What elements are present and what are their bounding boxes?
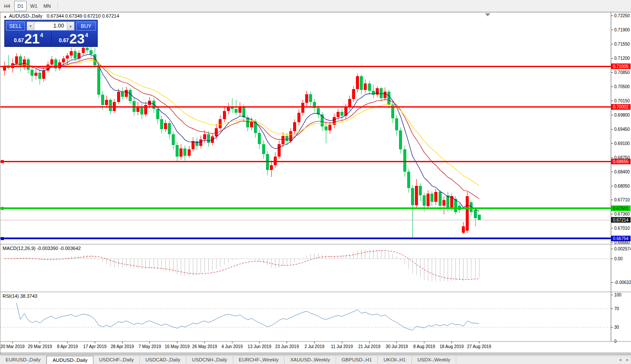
svg-text:27 Aug 2019: 27 Aug 2019 [467,344,492,349]
svg-text:0.70002: 0.70002 [613,105,629,109]
svg-text:0.67010: 0.67010 [614,226,630,231]
svg-text:0.69800: 0.69800 [614,113,630,117]
rsi-indicator-label: RSI(14) 38.3743 [3,293,37,299]
timeframe-button-w1[interactable]: W1 [28,1,40,11]
svg-text:21 Jul 2019: 21 Jul 2019 [358,344,380,349]
symbol-tab-gbpusd[interactable]: GBPUSD-,H1 [336,356,378,364]
volume-decrease-icon[interactable]: ▼ [27,22,34,30]
svg-text:29 Mar 2019: 29 Mar 2019 [28,344,53,349]
symbol-tab-usdcnh[interactable]: USDCNH-,Daily [186,356,233,364]
svg-text:17 Apr 2019: 17 Apr 2019 [83,344,106,349]
svg-text:0.72250: 0.72250 [614,13,630,18]
svg-text:0.68400: 0.68400 [614,170,630,174]
svg-text:0.69100: 0.69100 [614,141,630,146]
svg-text:2 Jul 2019: 2 Jul 2019 [304,344,325,349]
svg-text:0.67710: 0.67710 [614,197,630,202]
chart-ohlc-values: 0.67344 0.67349 0.67210 0.67214 [47,13,119,19]
svg-text:0.71900: 0.71900 [614,28,630,32]
sell-price-prefix: 0.67 [14,37,24,43]
sell-button[interactable]: SELL [6,22,25,31]
chart-title: ▲AUDUSD-,Daily0.67344 0.67349 0.67210 0.… [3,13,119,19]
buy-price-pipette: 4 [85,32,88,38]
svg-text:8 Aug 2019: 8 Aug 2019 [413,344,435,349]
volume-increase-icon[interactable]: ▲ [67,22,74,30]
symbol-tab-xauusd[interactable]: XAUUSD-,Weekly [285,356,336,364]
volume-input[interactable]: 1.00 [34,22,67,30]
buy-button[interactable]: BUY [76,22,96,31]
sell-price-big: 21 [25,32,40,45]
symbol-tab-bar: EURUSD-,DailyAUDUSD-,DailyUSDCHF-,DailyU… [0,355,631,364]
chart-canvas[interactable]: 0.710050.700020.686550.675010.667540.672… [0,12,631,355]
timeframe-buttons: H4D1W1MN [1,1,54,11]
symbol-tab-eurusd[interactable]: EURUSD-,Daily [0,356,46,364]
symbol-tab-usdcad[interactable]: USDCAD-,Daily [140,356,186,364]
macd-indicator-label: MACD(12,26,9) -0.003390 -0.003642 [3,246,81,251]
svg-text:0.00: 0.00 [614,256,623,261]
svg-text:26 May 2019: 26 May 2019 [192,344,217,349]
svg-text:70: 70 [614,306,619,311]
symbol-tab-usdchf[interactable]: USDCHF-,Daily [93,356,140,364]
svg-text:0.71200: 0.71200 [614,56,630,61]
svg-text:0.68750: 0.68750 [614,155,630,160]
svg-text:0.002574: 0.002574 [614,247,631,251]
sell-price[interactable]: 0.67 21 4 [6,31,51,46]
svg-text:0.68050: 0.68050 [614,184,630,188]
trade-panel-divider [51,32,52,45]
volume-stepper: ▼ 1.00 ▲ [27,22,74,31]
timeframe-button-d1[interactable]: D1 [14,1,27,11]
svg-text:-0.006326: -0.006326 [614,280,631,285]
svg-text:0.71550: 0.71550 [614,42,630,46]
svg-text:4 Jun 2019: 4 Jun 2019 [221,344,243,349]
timeframe-button-mn[interactable]: MN [41,1,53,11]
symbol-tab-ukoil[interactable]: UKOil-,H1 [378,356,412,364]
chart-window: 0.710050.700020.686550.675010.667540.672… [0,12,631,355]
svg-text:0.67214: 0.67214 [613,218,629,222]
svg-text:100: 100 [614,293,622,297]
toolbar-separator [58,2,59,10]
timeframe-toolbar: H4D1W1MN [0,0,631,12]
svg-text:16 May 2019: 16 May 2019 [165,344,190,349]
buy-price-prefix: 0.67 [59,37,69,43]
tab-scroll-right-icon[interactable]: ► [626,358,629,362]
svg-text:0.70850: 0.70850 [614,70,630,75]
svg-text:13 Jun 2019: 13 Jun 2019 [247,344,271,349]
svg-text:7 May 2019: 7 May 2019 [139,344,161,349]
svg-text:8 Apr 2019: 8 Apr 2019 [57,344,78,349]
svg-text:0.70500: 0.70500 [614,84,630,89]
svg-text:28 Apr 2019: 28 Apr 2019 [111,344,134,349]
symbol-tab-usdx[interactable]: USDX-,Weekly [412,356,456,364]
svg-text:30 Jul 2019: 30 Jul 2019 [386,344,408,349]
svg-text:30: 30 [614,325,619,330]
svg-text:0.70150: 0.70150 [614,99,630,103]
tab-scroll-left-icon[interactable]: ◄ [619,358,622,362]
timeframe-button-h4[interactable]: H4 [1,1,13,11]
svg-text:0.67501: 0.67501 [613,206,629,211]
chart-symbol-label: AUDUSD-,Daily [9,13,43,19]
svg-text:23 Jun 2019: 23 Jun 2019 [275,344,299,349]
tab-scroll-arrows: ◄ ► [616,356,629,364]
svg-text:0.67360: 0.67360 [614,212,630,216]
buy-price-big: 23 [69,32,85,45]
symbol-tab-eurchf[interactable]: EURCHF-,Weekly [233,356,285,364]
symbol-tab-audusd[interactable]: AUDUSD-,Daily [46,356,93,364]
one-click-trade-panel: SELL ▼ 1.00 ▲ BUY 0.67 21 4 0.67 23 4 [4,20,98,47]
svg-text:11 Jul 2019: 11 Jul 2019 [331,344,353,349]
svg-text:18 Aug 2019: 18 Aug 2019 [439,344,464,349]
svg-text:20 Mar 2019: 20 Mar 2019 [0,344,25,349]
svg-text:0.71005: 0.71005 [613,64,629,69]
buy-price[interactable]: 0.67 23 4 [51,31,96,46]
symbol-tabs: EURUSD-,DailyAUDUSD-,DailyUSDCHF-,DailyU… [0,356,456,364]
trade-panel-collapse-icon[interactable]: ▲ [3,15,7,19]
sell-price-pipette: 4 [40,32,43,38]
svg-text:0.69450: 0.69450 [614,127,630,132]
